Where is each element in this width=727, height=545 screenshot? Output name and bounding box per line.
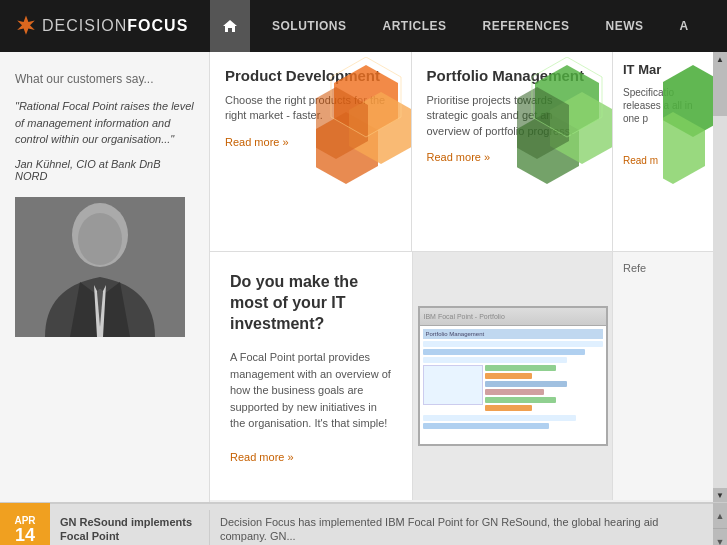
news-down-button[interactable]: ▼ [713,529,727,545]
logo-text: DECISIONFOCUS [42,17,188,35]
scroll-down-button[interactable]: ▼ [713,488,727,502]
quote-author: Jan Kühnel, CIO at Bank DnB NORD [15,158,194,182]
nav-item-articles[interactable]: ARTICLES [365,0,465,52]
person-silhouette [15,197,185,337]
card-2-read-more[interactable]: Read more » [427,151,491,163]
scroll-track [713,66,727,488]
header: DECISIONFOCUS SOLUTIONS ARTICLES REFEREN… [0,0,727,52]
app-screenshot: IBM Focal Point - Portfolio Portfolio Ma… [418,306,608,446]
feature-card: Do you make the most of your IT investme… [210,252,413,500]
news-bar: APR 14 GN ReSound implements Focal Point… [0,502,727,545]
screenshot-card: IBM Focal Point - Portfolio Portfolio Ma… [413,252,613,500]
scroll-up-button[interactable]: ▲ [713,52,727,66]
references-panel: Refe [613,252,713,500]
news-nav: ▲ ▼ [713,503,727,545]
news-up-button[interactable]: ▲ [713,503,727,529]
references-label: Refe [623,262,703,274]
feature-description: A Focal Point portal provides management… [230,349,392,432]
bottom-row: Do you make the most of your IT investme… [210,252,713,500]
card-product-development: Product Development Choose the right pro… [210,52,412,251]
scroll-thumb[interactable] [713,66,727,116]
orange-hex-icon [316,57,412,187]
main-scrollbar: ▲ ▼ [713,52,727,502]
nav-item-references[interactable]: REFERENCES [465,0,588,52]
content-area: Product Development Choose the right pro… [210,52,713,502]
main-nav: SOLUTIONS ARTICLES REFERENCES NEWS A [210,0,717,52]
main-content: What our customers say... "Rational Foca… [0,52,727,502]
svg-point-2 [78,213,122,265]
news-day: 14 [15,526,35,544]
nav-item-news[interactable]: NEWS [588,0,662,52]
logo-area: DECISIONFOCUS [10,14,210,38]
screenshot-header-bar: IBM Focal Point - Portfolio [420,308,606,326]
screenshot-body: Portfolio Management [420,326,606,446]
feature-read-more[interactable]: Read more » [230,451,294,463]
nav-item-solutions[interactable]: SOLUTIONS [254,0,365,52]
home-icon [222,19,238,33]
sidebar-title: What our customers say... [15,72,194,86]
news-summary: Decision Focus has implemented IBM Focal… [210,510,713,545]
news-month: APR [14,515,35,526]
news-headline[interactable]: GN ReSound implements Focal Point [50,510,210,545]
sidebar: What our customers say... "Rational Foca… [0,52,210,502]
cards-row: Product Development Choose the right pro… [210,52,713,252]
card-it-marketing: IT Mar Specificatio releases a all in on… [613,52,713,251]
news-date: APR 14 [0,503,50,545]
nav-home-button[interactable] [210,0,250,52]
partial-hex-icon [663,57,713,190]
card-portfolio-management: Portfolio Management Prioritise projects… [412,52,614,251]
logo-icon [14,14,38,38]
person-photo [15,197,185,337]
green-hex-icon [517,57,613,187]
feature-title: Do you make the most of your IT investme… [230,272,392,334]
customer-quote: "Rational Focal Point raises the level o… [15,98,194,148]
card-1-read-more[interactable]: Read more » [225,136,289,148]
nav-item-more[interactable]: A [662,0,707,52]
